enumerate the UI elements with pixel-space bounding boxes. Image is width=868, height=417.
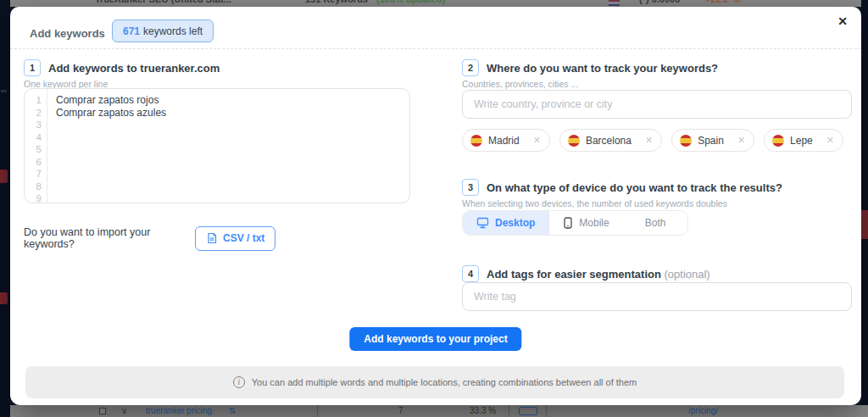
- keyword-line: Comprar zapatos azules: [56, 107, 409, 120]
- step2-subtitle: Countries, provinces, cities ...: [462, 79, 578, 89]
- import-row: Do you want to import your keywords? CSV…: [24, 225, 275, 251]
- keywords-left-label: keywords left: [143, 25, 203, 37]
- keyword-line: Comprar zapatos rojos: [56, 94, 409, 107]
- line-number: 3: [25, 119, 42, 131]
- device-option-both[interactable]: Both: [623, 211, 688, 235]
- step1-number: 1: [24, 59, 41, 76]
- step1-title: Add keywords to trueranker.com: [48, 62, 220, 75]
- line-number: 5: [25, 143, 42, 156]
- device-option-mobile[interactable]: Mobile: [549, 211, 622, 235]
- line-number: 6: [25, 156, 42, 169]
- modal-title: Add keywords: [30, 27, 105, 40]
- step2-header: 2 Where do you want to track your keywor…: [462, 59, 718, 76]
- line-number: 8: [25, 181, 42, 193]
- location-chips: Madrid ✕ Barcelona ✕ Spain ✕ Lepe ✕: [462, 129, 843, 152]
- editor-line-numbers: 1 2 3 4 5 6 7 8 9: [25, 89, 47, 203]
- line-number: 1: [25, 94, 42, 107]
- desktop-icon: [476, 217, 489, 229]
- sidebar-badge-fragment: [0, 170, 8, 183]
- tag-input[interactable]: [462, 282, 852, 311]
- device-label: Both: [645, 217, 666, 229]
- step3-header: 3 On what type of device do you want to …: [462, 179, 782, 196]
- chip-label: Spain: [698, 135, 724, 147]
- bg-updated-label: (100% updated): [376, 0, 445, 4]
- info-note: You can add multiple words and multiple …: [252, 377, 637, 387]
- add-keywords-modal: ✕ Add keywords 671 keywords left 1 Add k…: [10, 7, 861, 405]
- serp-preview-icon: [519, 407, 537, 415]
- bg-project-name: TrueRanker SEO (United Stat...: [95, 0, 231, 4]
- step4-number: 4: [462, 265, 479, 282]
- chip-label: Barcelona: [586, 135, 632, 147]
- bg-keywords-count: 151 Keywords: [305, 0, 368, 4]
- bg-row-checkbox: [99, 408, 106, 414]
- background-sidebar: wo: [0, 0, 10, 417]
- spain-flag-icon: [680, 135, 692, 147]
- sort-icon: ⇅: [229, 406, 236, 415]
- line-number: 9: [25, 192, 42, 203]
- step3-title: On what type of device do you want to tr…: [487, 181, 782, 194]
- close-icon[interactable]: ✕: [837, 15, 848, 27]
- bg-metric: (*) 0.0000: [639, 0, 680, 4]
- step4-title-main: Add tags for easier segmentation: [487, 268, 661, 281]
- background-top-row: TrueRanker SEO (United Stat... 151 Keywo…: [10, 0, 861, 7]
- device-label: Desktop: [495, 217, 535, 229]
- device-segmented-control: Desktop Mobile Both: [462, 210, 688, 236]
- keywords-left-count: 671: [123, 25, 140, 37]
- spain-flag-icon: [470, 135, 482, 147]
- step3-number: 3: [462, 179, 479, 196]
- chip-close-icon[interactable]: ✕: [645, 135, 653, 146]
- device-option-desktop[interactable]: Desktop: [463, 211, 549, 235]
- file-icon: [206, 232, 218, 244]
- spain-flag-icon: [568, 135, 580, 147]
- bg-row-percent: 33.3 %: [470, 406, 496, 415]
- step4-header: 4 Add tags for easier segmentation (opti…: [462, 265, 710, 282]
- csv-import-button[interactable]: CSV / txt: [195, 226, 275, 251]
- chip-close-icon[interactable]: ✕: [826, 135, 834, 146]
- line-number: 7: [25, 168, 42, 181]
- chip-label: Lepe: [790, 135, 813, 147]
- location-chip: Lepe ✕: [764, 129, 843, 152]
- sidebar-text-fragment: wo: [1, 88, 7, 93]
- column-divider: [546, 405, 547, 417]
- step4-title-optional: (optional): [661, 268, 710, 281]
- line-number: 4: [25, 131, 42, 144]
- chip-close-icon[interactable]: ✕: [737, 135, 745, 146]
- info-icon: i: [233, 376, 245, 388]
- location-chip: Spain ✕: [671, 129, 754, 152]
- bg-row-url: /pricing/: [688, 406, 718, 415]
- background-right-edge: [861, 0, 868, 417]
- step2-number: 2: [462, 59, 479, 76]
- screen: wo TrueRanker SEO (United Stat... 151 Ke…: [0, 0, 868, 417]
- step3-subtitle: When selecting two devices, the number o…: [462, 198, 727, 208]
- bg-delta: +22.2 %: [705, 0, 740, 4]
- info-bar: i You can add multiple words and multipl…: [25, 366, 844, 398]
- import-question: Do you want to import your keywords?: [24, 226, 185, 250]
- us-flag-icon: [609, 0, 620, 6]
- step2-title: Where do you want to track your keywords…: [487, 62, 718, 75]
- device-label: Mobile: [579, 217, 609, 229]
- location-input[interactable]: [462, 90, 852, 119]
- line-number: 2: [25, 107, 42, 120]
- header-divider: [10, 48, 861, 49]
- csv-button-label: CSV / txt: [223, 232, 264, 244]
- step1-header: 1 Add keywords to trueranker.com: [24, 59, 220, 76]
- step4-title: Add tags for easier segmentation (option…: [487, 268, 710, 281]
- chevron-icon: ∨: [121, 406, 127, 415]
- bg-row-count: 7: [398, 406, 403, 415]
- keywords-left-badge: 671 keywords left: [112, 19, 214, 42]
- right-edge-badge-fragment: [861, 210, 868, 239]
- sidebar-badge-fragment: [0, 292, 8, 304]
- keywords-editor[interactable]: 1 2 3 4 5 6 7 8 9 Comprar zapatos rojos …: [24, 88, 410, 203]
- column-divider: [317, 405, 318, 417]
- bg-row-keyword: trueranker pricing: [146, 406, 212, 415]
- mobile-icon: [563, 217, 573, 229]
- column-divider: [509, 405, 509, 417]
- editor-content[interactable]: Comprar zapatos rojos Comprar zapatos az…: [47, 89, 409, 203]
- location-chip: Barcelona ✕: [559, 129, 662, 152]
- chip-close-icon[interactable]: ✕: [533, 135, 541, 146]
- background-bottom-row: ∨ trueranker pricing ⇅ 7 33.3 % /pricing…: [10, 405, 868, 417]
- spain-flag-icon: [772, 135, 784, 147]
- location-chip: Madrid ✕: [462, 129, 550, 152]
- chip-label: Madrid: [488, 135, 520, 147]
- add-keywords-submit-button[interactable]: Add keywords to your project: [349, 327, 521, 351]
